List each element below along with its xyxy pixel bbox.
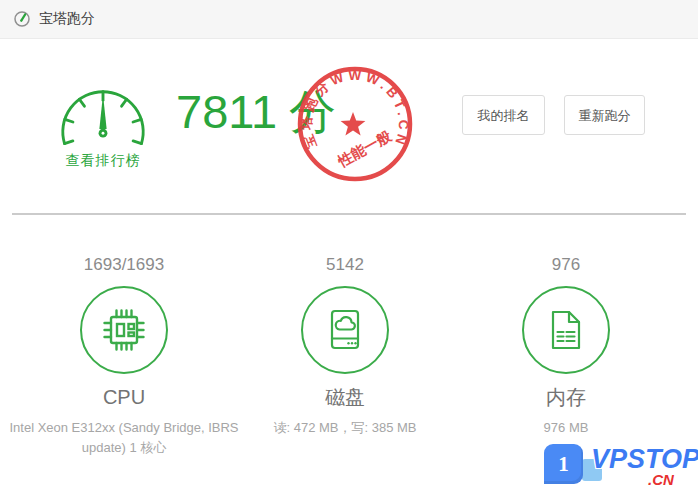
cpu-score: 1693/1693 [4,256,244,274]
benchmark-gauge-icon [13,10,31,28]
disk-drive-icon [322,307,368,353]
stamp-arc-text: 宝塔跑分WWW.BT.CN [299,68,411,151]
score-gauge-block: 查看排行榜 [55,82,151,170]
cpu-circle [80,286,168,374]
stat-column-cpu: 1693/1693 CPU Intel Xeon E312xx (Sandy B… [4,256,244,458]
page-title: 宝塔跑分 [39,10,95,28]
disk-description: 读: 472 MB，写: 385 MB [225,418,465,438]
stamp-verdict-text: 性能一般 [334,127,394,170]
memory-file-icon [543,307,589,353]
vpstop-tld-text: .CN [648,472,674,487]
speedometer-icon [57,82,149,149]
vpstop-watermark: 1 VPSTOP .CN [544,443,696,488]
disk-circle [301,286,389,374]
view-leaderboard-link[interactable]: 查看排行榜 [55,152,151,170]
stat-column-memory: 976 内存 976 MB [446,256,686,438]
memory-label: 内存 [446,387,686,407]
vpstop-brand-text: VPSTOP [591,446,698,473]
vpstop-badge-number: 1 [558,454,569,475]
cpu-description: Intel Xeon E312xx (Sandy Bridge, IBRS up… [4,418,244,458]
vpstop-badge-icon: 1 [544,444,583,484]
disk-score: 5142 [225,256,465,274]
score-value: 7811 [176,85,277,138]
cpu-chip-icon [101,307,147,353]
cpu-label: CPU [4,387,244,407]
stat-column-disk: 5142 磁盘 读: 472 MB，写: 385 MB [225,256,465,438]
section-divider [12,213,686,215]
header-bar: 宝塔跑分 [0,0,698,39]
memory-score: 976 [446,256,686,274]
svg-text:宝塔跑分WWW.BT.CN: 宝塔跑分WWW.BT.CN [299,68,411,151]
rerun-benchmark-button[interactable]: 重新跑分 [564,95,645,135]
stamp-star-icon [341,112,366,136]
memory-description: 976 MB [446,418,686,438]
my-rank-button[interactable]: 我的排名 [462,95,545,135]
performance-stamp: 宝塔跑分WWW.BT.CN 性能一般 [290,59,420,189]
memory-circle [522,286,610,374]
disk-label: 磁盘 [225,387,465,407]
